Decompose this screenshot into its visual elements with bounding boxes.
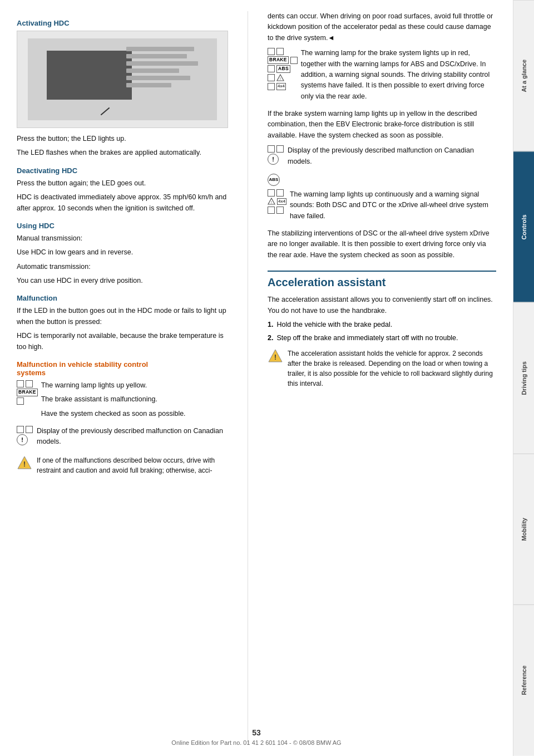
right-column: dents can occur. When driving on poor ro… — [268, 11, 496, 745]
cont-triangle-icon: ! — [268, 198, 275, 205]
abs-text-icon: ABS — [276, 65, 290, 73]
abs-circle-icons: ABS — [268, 174, 284, 186]
sidebar-tab-reference[interactable]: Reference — [513, 605, 534, 756]
hdc-image — [17, 31, 228, 128]
cont-lamp-pair — [268, 189, 286, 197]
cont-lamp-pair2 — [268, 207, 286, 214]
brake-icon: BRAKE — [17, 389, 38, 396]
top-lamp-1 — [268, 48, 275, 55]
4x4-lamp — [268, 83, 275, 90]
caution-block: ! If one of the malfunctions described b… — [17, 455, 228, 479]
deactivating-hdc-text2: HDC is deactivated immediately above app… — [17, 192, 228, 214]
cr-lamp-2 — [276, 145, 284, 153]
triangle-warning-icon: ! — [276, 74, 284, 82]
cont-lamp-3 — [268, 207, 275, 214]
footer: 53 Online Edition for Part no. 01 41 2 6… — [0, 728, 513, 746]
accel-caution-text: The acceleration assistant holds the veh… — [288, 348, 496, 389]
lamp-square-1 — [17, 380, 24, 387]
cont-lamp-1 — [268, 189, 275, 197]
cont-lamp-4 — [276, 207, 284, 214]
svg-text:!: ! — [274, 354, 276, 361]
lamp-pair-bottom — [17, 397, 38, 405]
canadian-right-lamps — [268, 145, 284, 153]
canadian-lamp-2 — [26, 426, 33, 433]
excl-circle-right-icon: ! — [268, 154, 279, 165]
brake-lamp — [290, 57, 298, 64]
caution-triangle-icon: ! — [17, 455, 32, 471]
brake-warning-text: The warning lamp for the brake system li… — [301, 48, 496, 105]
sidebar-tab-driving-tips[interactable]: Driving tips — [513, 302, 534, 454]
tri-lamp — [268, 74, 275, 81]
svg-text:!: ! — [271, 200, 272, 204]
brake-row: BRAKE — [268, 56, 298, 64]
lamp-square-3 — [17, 397, 24, 405]
stabilizing-text: The stabilizing interventions of DSC or … — [268, 228, 496, 261]
using-hdc-heading: Using HDC — [17, 222, 228, 230]
top-lamp-2 — [276, 48, 284, 55]
cont-lamp-2 — [276, 189, 284, 197]
continuous-icons: ! 4x4 — [268, 189, 286, 214]
canadian-right-block: ! Display of the previously described ma… — [268, 145, 496, 170]
warning-lamp-text: The warning lamp lights up yellow. The b… — [41, 380, 228, 423]
abs-circle-block: ABS — [268, 174, 496, 186]
continuous-warning-block: ! 4x4 The warning lamp lights up continu… — [268, 189, 496, 225]
accel-step-2: 2. Step off the brake and immediately st… — [268, 333, 496, 343]
malfunction-text2: HDC is temporarily not available, becaus… — [17, 331, 228, 352]
canadian-display-text: Display of the previously described malf… — [37, 426, 228, 451]
warning-lamp-block: BRAKE The warning lamp lights up yellow.… — [17, 380, 228, 423]
exclamation-circle-icon: ! — [17, 434, 28, 445]
deactivating-hdc-text1: Press the button again; the LED goes out… — [17, 178, 228, 189]
accel-step-1: 1. Hold the vehicle with the brake pedal… — [268, 320, 496, 330]
canadian-icons: ! — [17, 426, 33, 445]
excl-circle-pair: ! — [17, 434, 33, 445]
canadian-right-icons: ! — [268, 145, 284, 165]
accel-steps: 1. Hold the vehicle with the brake pedal… — [268, 320, 496, 344]
triangle-row: ! — [268, 74, 298, 82]
accel-caution-block: ! The acceleration assistant holds the v… — [268, 348, 496, 392]
lamp-pair-top — [17, 380, 38, 387]
continued-text: dents can occur. When driving on poor ro… — [268, 11, 496, 43]
abs-lamp-1 — [268, 65, 275, 72]
brake-abs-icons: BRAKE ABS ! — [268, 48, 298, 90]
continuous-warning-text: The warning lamp lights up continuously … — [290, 189, 496, 225]
using-hdc-auto: Automatic transmission: — [17, 262, 228, 272]
page-number: 53 — [0, 728, 513, 737]
brake-text-icon: BRAKE — [268, 56, 289, 64]
canadian-right-text: Display of the previously described malf… — [288, 145, 496, 170]
malfunction-heading: Malfunction — [17, 294, 228, 302]
abs-row: ABS — [268, 65, 298, 73]
sidebar-tab-controls[interactable]: Controls — [513, 151, 534, 303]
using-hdc-manual-text: Use HDC in low gears and in reverse. — [17, 247, 228, 258]
4x4-row: 4x4 — [268, 83, 298, 90]
4x4-icon: 4x4 — [276, 83, 286, 90]
column-divider — [248, 11, 248, 745]
using-hdc-auto-text: You can use HDC in every drive position. — [17, 276, 228, 286]
warning-icons-left: BRAKE — [17, 380, 38, 405]
acceleration-assistant-heading: Acceleration assistant — [268, 271, 496, 289]
abs-circle-icon: ABS — [268, 174, 280, 186]
footer-text: Online Edition for Part no. 01 41 2 601 … — [171, 739, 341, 746]
sidebar: At a glance Controls Driving tips Mobili… — [513, 0, 534, 756]
malfunction-vehicle-heading: Malfunction in vehicle stability control… — [17, 360, 228, 377]
brake-pair: BRAKE — [17, 389, 38, 396]
caution-text: If one of the malfunctions described bel… — [37, 455, 228, 475]
sidebar-tab-at-a-glance[interactable]: At a glance — [513, 0, 534, 151]
svg-text:!: ! — [280, 76, 281, 80]
svg-text:!: ! — [23, 460, 26, 468]
activating-hdc-text2: The LED flashes when the brakes are appl… — [17, 148, 228, 158]
excl-circle-right-pair: ! — [268, 154, 284, 165]
activating-hdc-text1: Press the button; the LED lights up. — [17, 134, 228, 144]
left-column: Activating HDC Press — [17, 11, 228, 745]
accel-text1: The acceleration assistant allows you to… — [268, 294, 496, 316]
cr-lamp-1 — [268, 145, 275, 153]
malfunction-text1: If the LED in the button goes out in the… — [17, 306, 228, 327]
activating-hdc-heading: Activating HDC — [17, 19, 228, 27]
brake-warning2-text: If the brake system warning lamp lights … — [268, 109, 496, 141]
brake-abs-warning-block: BRAKE ABS ! — [268, 48, 496, 105]
cont-tri-pair: ! 4x4 — [268, 198, 286, 205]
top-lamp-pair — [268, 48, 298, 55]
canadian-lamp-pair — [17, 426, 33, 433]
abs-circle-icon-pair: ABS — [268, 174, 284, 186]
accel-caution-triangle-icon: ! — [268, 348, 283, 364]
sidebar-tab-mobility[interactable]: Mobility — [513, 454, 534, 605]
